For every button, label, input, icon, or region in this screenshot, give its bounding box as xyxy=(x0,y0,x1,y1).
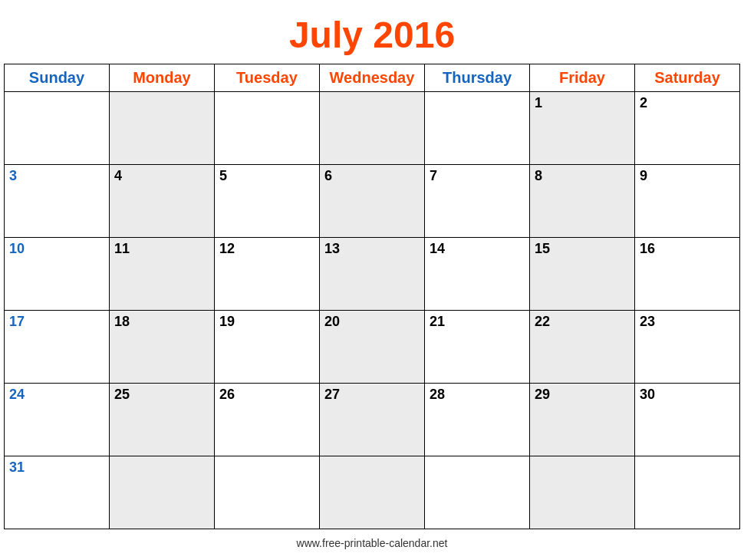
day-number: 24 xyxy=(9,387,25,402)
day-number: 25 xyxy=(114,387,130,402)
day-number: 30 xyxy=(640,387,655,402)
calendar-cell: 5 xyxy=(214,165,319,238)
week-row-6: 31 xyxy=(5,456,740,529)
day-number: 14 xyxy=(430,241,445,256)
day-number: 17 xyxy=(9,314,25,329)
day-header-tuesday: Tuesday xyxy=(214,64,319,92)
calendar-cell: 31 xyxy=(5,456,110,529)
calendar-cell: 17 xyxy=(5,311,110,384)
calendar-header-row: SundayMondayTuesdayWednesdayThursdayFrid… xyxy=(5,64,740,92)
calendar-cell: 3 xyxy=(5,165,110,238)
calendar-cell: 1 xyxy=(530,92,635,165)
calendar-cell: 2 xyxy=(634,92,739,165)
calendar-cell xyxy=(425,456,530,529)
day-number: 8 xyxy=(535,168,542,183)
day-number: 23 xyxy=(640,314,655,329)
day-number: 7 xyxy=(430,168,437,183)
calendar-cell: 12 xyxy=(214,238,319,311)
day-number: 20 xyxy=(324,314,340,329)
day-number: 31 xyxy=(9,460,25,475)
calendar-title: July 2016 xyxy=(289,14,455,56)
calendar-cell: 9 xyxy=(634,165,739,238)
day-header-saturday: Saturday xyxy=(634,64,739,92)
day-number: 9 xyxy=(640,168,647,183)
day-number: 28 xyxy=(430,387,445,402)
day-header-wednesday: Wednesday xyxy=(319,64,424,92)
calendar-cell: 21 xyxy=(425,311,530,384)
calendar-cell xyxy=(109,456,214,529)
calendar-cell: 23 xyxy=(634,311,739,384)
day-header-thursday: Thursday xyxy=(425,64,530,92)
calendar-cell: 30 xyxy=(634,384,739,456)
day-number: 2 xyxy=(640,95,647,110)
calendar-cell xyxy=(319,456,424,529)
calendar-cell: 19 xyxy=(214,311,319,384)
calendar-cell: 4 xyxy=(109,165,214,238)
week-row-1: 12 xyxy=(5,92,740,165)
day-number: 27 xyxy=(324,387,340,402)
day-number: 4 xyxy=(114,168,122,183)
day-number: 15 xyxy=(535,241,550,256)
week-row-3: 10111213141516 xyxy=(5,238,740,311)
week-row-2: 3456789 xyxy=(5,165,740,238)
calendar-cell xyxy=(530,456,635,529)
calendar-cell: 27 xyxy=(319,384,424,456)
day-number: 21 xyxy=(430,314,445,329)
calendar-cell: 24 xyxy=(5,384,110,456)
day-header-sunday: Sunday xyxy=(5,64,110,92)
calendar-cell: 11 xyxy=(109,238,214,311)
day-number: 29 xyxy=(535,387,550,402)
day-number: 26 xyxy=(219,387,235,402)
day-number: 16 xyxy=(640,241,655,256)
calendar-cell: 6 xyxy=(319,165,424,238)
calendar-cell: 29 xyxy=(530,384,635,456)
calendar-cell xyxy=(5,92,110,165)
calendar-cell: 18 xyxy=(109,311,214,384)
day-number: 22 xyxy=(535,314,550,329)
calendar-body: 1234567891011121314151617181920212223242… xyxy=(5,92,740,529)
week-row-4: 17181920212223 xyxy=(5,311,740,384)
calendar-cell xyxy=(214,456,319,529)
day-number: 1 xyxy=(535,95,542,110)
day-number: 10 xyxy=(9,241,25,256)
calendar-cell: 15 xyxy=(530,238,635,311)
day-header-monday: Monday xyxy=(109,64,214,92)
calendar-cell: 16 xyxy=(634,238,739,311)
calendar-cell: 13 xyxy=(319,238,424,311)
day-number: 5 xyxy=(219,168,227,183)
calendar-cell: 7 xyxy=(425,165,530,238)
calendar-table: SundayMondayTuesdayWednesdayThursdayFrid… xyxy=(4,64,740,529)
calendar-cell xyxy=(425,92,530,165)
calendar-cell: 14 xyxy=(425,238,530,311)
calendar-cell: 10 xyxy=(5,238,110,311)
calendar-cell: 25 xyxy=(109,384,214,456)
day-number: 13 xyxy=(324,241,340,256)
day-number: 12 xyxy=(219,241,235,256)
footer-text: www.free-printable-calendar.net xyxy=(294,534,451,552)
week-row-5: 24252627282930 xyxy=(5,384,740,456)
day-number: 3 xyxy=(9,168,17,183)
calendar-cell: 22 xyxy=(530,311,635,384)
day-number: 11 xyxy=(114,241,130,256)
calendar-cell xyxy=(319,92,424,165)
calendar-cell: 26 xyxy=(214,384,319,456)
calendar-cell: 8 xyxy=(530,165,635,238)
calendar-cell xyxy=(109,92,214,165)
calendar-cell xyxy=(634,456,739,529)
calendar-cell xyxy=(214,92,319,165)
calendar-cell: 28 xyxy=(425,384,530,456)
day-number: 19 xyxy=(219,314,235,329)
day-number: 6 xyxy=(324,168,332,183)
day-number: 18 xyxy=(114,314,130,329)
day-header-friday: Friday xyxy=(530,64,635,92)
calendar-cell: 20 xyxy=(319,311,424,384)
